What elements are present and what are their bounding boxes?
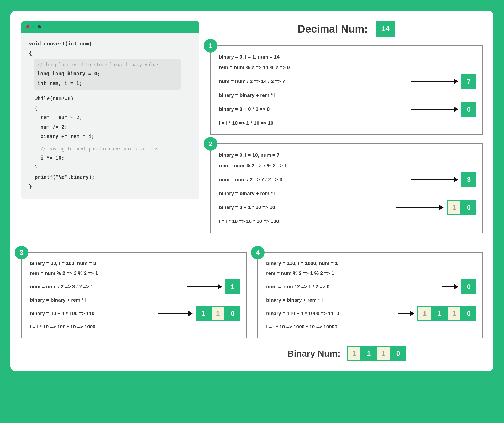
step-line: num = num / 2 => 7 / 2 => 3 3 <box>219 172 476 187</box>
digit-cell: 1 <box>211 306 225 321</box>
arrow-icon <box>442 286 458 287</box>
code-line: rem = num % 2; <box>29 113 192 122</box>
decimal-value: 14 <box>376 21 395 37</box>
step-line: rem = num % 2 => 7 % 2 => 1 <box>219 162 476 170</box>
digit-cell: 1 <box>225 279 240 294</box>
step-line: num = num / 2 => 1 / 2 => 0 0 <box>266 279 476 294</box>
num-cells: 0 <box>461 279 476 294</box>
step-line: rem = num % 2 => 1 % 2 => 1 <box>266 269 476 277</box>
decimal-label: Decimal Num: <box>298 23 368 35</box>
digit-cell: 1 <box>376 346 391 361</box>
minimize-icon <box>32 25 35 28</box>
close-icon <box>26 25 29 28</box>
step-line: binary = 0, i = 10, num = 7 <box>219 151 476 159</box>
digit-cell: 1 <box>417 306 432 321</box>
arrow-icon <box>411 109 458 110</box>
step-line: binary = binary + rem * i <box>219 91 476 99</box>
code-line: void convert(int num) <box>29 39 192 48</box>
code-line: printf("%d",binary); <box>29 172 192 182</box>
digit-cell: 0 <box>461 306 476 321</box>
step-line: binary = binary + rem * i <box>266 296 476 304</box>
num-cells: 3 <box>461 172 476 187</box>
digit-cell: 0 <box>461 102 476 117</box>
num-cells: 1 <box>225 279 240 294</box>
num-cells: 7 <box>461 74 476 89</box>
step-line: i = i * 10 => 10 * 10 => 100 <box>219 217 476 225</box>
step-panel-3: 3 binary = 10, i = 100, num = 3 rem = nu… <box>21 252 247 338</box>
binary-result: Binary Num: 1110 <box>21 346 483 361</box>
step-line: binary = 0 + 1 * 10 => 10 10 <box>219 200 476 215</box>
step-line: rem = num % 2 => 14 % 2 => 0 <box>219 64 476 71</box>
step-line: num = num / 2 => 14 / 2 => 7 7 <box>219 74 476 89</box>
binary-cells: 10 <box>447 200 476 215</box>
code-line: while(num!=0) <box>29 94 192 103</box>
code-body: void convert(int num) { // long long use… <box>21 33 200 199</box>
step-panel-4: 4 binary = 110, i = 1000, num = 1 rem = … <box>257 252 483 338</box>
digit-cell: 0 <box>391 346 406 361</box>
binary-cells: 1110 <box>417 306 476 321</box>
step-panel-1: 1 binary = 0, i = 1, num = 14 rem = num … <box>210 45 483 135</box>
step-line: num = num / 2 => 3 / 2 => 1 1 <box>30 279 240 294</box>
arrow-icon <box>396 207 443 208</box>
digit-cell: 1 <box>196 306 211 321</box>
step-line: binary = binary + rem * i <box>30 296 240 304</box>
code-window: void convert(int num) { // long long use… <box>21 21 200 199</box>
binary-cells: 1110 <box>347 346 406 361</box>
step-line: binary = 110 + 1 * 1000 => 1110 1110 <box>266 306 476 321</box>
arrow-icon <box>411 81 458 82</box>
decimal-header: Decimal Num: 14 <box>210 21 483 37</box>
step-line: i = i * 10 => 100 * 10 => 1000 <box>30 323 240 331</box>
maximize-icon <box>38 25 41 28</box>
window-titlebar <box>21 21 200 33</box>
digit-cell: 1 <box>361 346 376 361</box>
step-line: i = i * 10 => 1000 * 10 => 10000 <box>266 323 476 331</box>
code-comment: // moving to next position ex: units -> … <box>29 145 192 153</box>
step-line: binary = 10, i = 100, num = 3 <box>30 259 240 267</box>
arrow-icon <box>187 286 222 287</box>
binary-cells: 110 <box>196 306 240 321</box>
code-line: num /= 2; <box>29 122 192 132</box>
digit-cell: 3 <box>461 172 476 187</box>
step-number: 1 <box>204 39 217 53</box>
right-column: Decimal Num: 14 1 binary = 0, i = 1, num… <box>210 21 483 233</box>
arrow-icon <box>398 313 414 314</box>
step-line: binary = binary + rem * i <box>219 190 476 197</box>
step-number: 3 <box>15 246 28 259</box>
step-line: binary = 0 + 0 * 1 => 0 0 <box>219 102 476 117</box>
code-comment: // long long used to store large binary … <box>37 60 177 69</box>
code-line: long long binary = 0; <box>37 69 177 78</box>
code-line: int rem, i = 1; <box>37 79 177 88</box>
code-line: i *= 10; <box>29 153 192 163</box>
arrow-icon <box>158 313 192 314</box>
code-line: { <box>29 48 192 58</box>
digit-cell: 1 <box>347 346 361 361</box>
digit-cell: 1 <box>432 306 447 321</box>
diagram-canvas: void convert(int num) { // long long use… <box>10 11 494 371</box>
step-line: i = i * 10 => 1 * 10 => 10 <box>219 119 476 127</box>
code-line: binary += rem * i; <box>29 132 192 141</box>
top-row: void convert(int num) { // long long use… <box>21 21 483 233</box>
code-line: { <box>29 103 192 113</box>
code-line: } <box>29 182 192 191</box>
digit-cell: 7 <box>461 74 476 89</box>
step-line: binary = 10 + 1 * 100 => 110 110 <box>30 306 240 321</box>
code-block: // long long used to store large binary … <box>34 59 181 89</box>
binary-cells: 0 <box>461 102 476 117</box>
step-number: 4 <box>251 246 265 259</box>
bottom-row: 3 binary = 10, i = 100, num = 3 rem = nu… <box>21 244 483 338</box>
step-line: rem = num % 2 => 3 % 2 => 1 <box>30 269 240 277</box>
step-panel-2: 2 binary = 0, i = 10, num = 7 rem = num … <box>210 143 483 233</box>
step-number: 2 <box>204 137 217 151</box>
binary-label: Binary Num: <box>287 348 340 359</box>
digit-cell: 1 <box>447 306 461 321</box>
arrow-icon <box>411 179 458 180</box>
digit-cell: 0 <box>461 200 476 215</box>
step-line: binary = 0, i = 1, num = 14 <box>219 53 476 61</box>
digit-cell: 0 <box>225 306 240 321</box>
code-line: } <box>29 163 192 172</box>
step-line: binary = 110, i = 1000, num = 1 <box>266 259 476 267</box>
digit-cell: 0 <box>461 279 476 294</box>
digit-cell: 1 <box>447 200 461 215</box>
